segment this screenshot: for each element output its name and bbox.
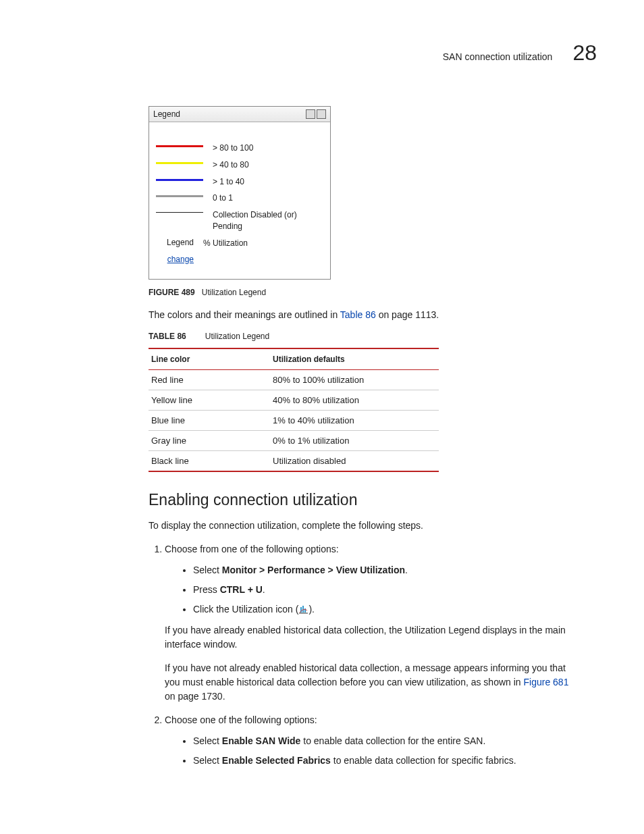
legend-row-gray: 0 to 1 xyxy=(156,192,323,204)
bullet-click-icon: Click the Utilization icon (). xyxy=(193,602,576,617)
legend-change-link[interactable]: change xyxy=(167,255,194,264)
legend-row-red: > 80 to 100 xyxy=(156,142,323,154)
chapter-number: 28 xyxy=(572,41,597,66)
step-2: Choose one of the following options: Sel… xyxy=(165,713,576,768)
section-heading: Enabling connection utilization xyxy=(149,491,576,509)
bullet-enable-selected-fabrics: Select Enable Selected Fabrics to enable… xyxy=(193,754,576,768)
running-head: SAN connection utilization xyxy=(443,51,553,62)
figure-number: FIGURE 489 xyxy=(149,288,195,297)
steps-list: Choose from one of the following options… xyxy=(149,542,576,768)
yellow-swatch-icon xyxy=(156,162,203,167)
figure-681-link[interactable]: Figure 681 xyxy=(524,677,569,687)
figure-title: Utilization Legend xyxy=(202,288,266,297)
table-row: Blue line1% to 40% utilization xyxy=(149,410,439,430)
maximize-icon[interactable] xyxy=(317,109,326,119)
table-row: Red line80% to 100% utilization xyxy=(149,369,439,390)
svg-rect-2 xyxy=(304,608,306,613)
step-1-bullets: Select Monitor > Performance > View Util… xyxy=(165,563,576,617)
table-number: TABLE 86 xyxy=(149,332,186,341)
gray-swatch-icon xyxy=(156,195,203,201)
legend-window-icons xyxy=(306,109,326,119)
step-2-bullets: Select Enable SAN Wide to enable data co… xyxy=(165,734,576,768)
red-swatch-icon xyxy=(156,145,203,151)
page-content: Legend > 80 to 100 > 40 to 80 > 1 to 40 … xyxy=(41,106,603,768)
table-title: Utilization Legend xyxy=(205,332,269,341)
restore-icon[interactable] xyxy=(306,109,315,119)
bullet-press-ctrl-u: Press CTRL + U. xyxy=(193,583,576,597)
utilization-legend-panel: Legend > 80 to 100 > 40 to 80 > 1 to 40 … xyxy=(149,106,331,280)
col-header-defaults: Utilization defaults xyxy=(270,348,439,370)
bullet-enable-san-wide: Select Enable SAN Wide to enable data co… xyxy=(193,734,576,748)
legend-header-row: Legend % Utilization xyxy=(156,238,323,249)
step-1-note-2: If you have not already enabled historic… xyxy=(165,661,576,704)
blue-swatch-icon xyxy=(156,179,203,184)
legend-titlebar: Legend xyxy=(149,107,330,122)
legend-body: > 80 to 100 > 40 to 80 > 1 to 40 0 to 1 … xyxy=(149,122,330,279)
step-1-note-1: If you have already enabled historical d… xyxy=(165,623,576,652)
page-header: SAN connection utilization 28 xyxy=(41,41,603,66)
svg-rect-1 xyxy=(302,606,304,613)
legend-change-row: change xyxy=(156,255,323,264)
table-row: Yellow line40% to 80% utilization xyxy=(149,390,439,410)
utilization-legend-table: Line color Utilization defaults Red line… xyxy=(149,348,439,472)
legend-row-blue: > 1 to 40 xyxy=(156,176,323,188)
section-intro: To display the connection utilization, c… xyxy=(149,519,576,533)
legend-row-black: Collection Disabled (or) Pending xyxy=(156,209,323,232)
col-header-line-color: Line color xyxy=(149,348,270,370)
table-caption: TABLE 86Utilization Legend xyxy=(149,332,576,341)
table-row: Black lineUtilization disabled xyxy=(149,450,439,471)
intro-paragraph: The colors and their meanings are outlin… xyxy=(149,308,576,322)
table-86-link[interactable]: Table 86 xyxy=(340,309,376,320)
utilization-icon xyxy=(298,604,308,615)
figure-caption: FIGURE 489 Utilization Legend xyxy=(149,288,576,297)
legend-title: Legend xyxy=(153,109,180,119)
black-swatch-icon xyxy=(156,212,203,217)
table-row: Gray line0% to 1% utilization xyxy=(149,430,439,450)
legend-row-yellow: > 40 to 80 xyxy=(156,159,323,171)
bullet-select-monitor: Select Monitor > Performance > View Util… xyxy=(193,563,576,577)
step-1: Choose from one of the following options… xyxy=(165,542,576,704)
